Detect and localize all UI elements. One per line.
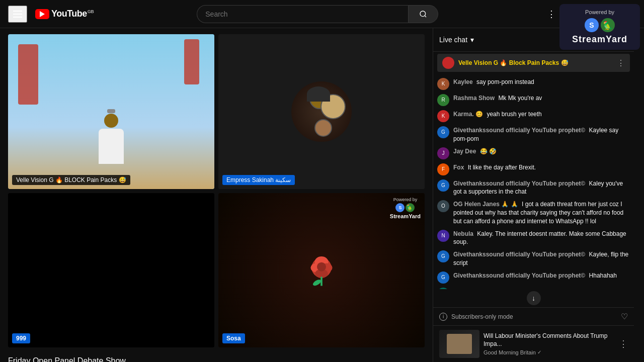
chat-text: Mk Mk you're av [498,95,542,102]
streamyard-icons: S 🦜 [568,18,632,32]
empress-label: Empress Sakinah سكينة [222,175,295,185]
chat-avatar: J [437,147,449,159]
chat-text: 😂 🤣 [480,148,497,155]
chat-text: Kaley. The internet doesnt matter. Make … [453,230,626,246]
search-button[interactable] [408,5,438,23]
chat-messages[interactable]: K Kaylee say pom-pom instead R Rashma Sh… [433,74,634,289]
streamyard-s-icon: S [585,18,599,32]
chat-username: Karma. 😊 [453,111,483,118]
chat-message: K Kaylee say pom-pom instead [437,76,630,92]
video-grid: Velle Vision G 🔥 BLOCK Pain Packs 😅 [8,34,425,347]
search-input[interactable] [197,5,408,23]
chat-message: K Karma. 😊 yeah brush yer teeth [437,108,630,124]
chat-username: Givethankssound officially YouTube proph… [453,272,585,279]
chat-avatar: K [437,110,449,122]
chat-footer: i Subscribers-only mode ♡ [433,307,634,325]
streamyard-cell-overlay: Powered by S 🦜 StreamYard [390,197,421,219]
melanin-cell[interactable]: melanin 999 [8,193,214,348]
youtube-text: YouTubeGB [51,9,94,19]
chat-message: N Nebula Kaley. The internet doesnt matt… [437,228,630,249]
info-icon: i [439,313,447,321]
chat-message: J Jay Dee 😂 🤣 [437,145,630,161]
pinned-avatar [442,57,454,69]
chat-avatar: K [437,78,449,90]
ride-pole [18,44,38,105]
chat-username: Jay Dee [453,148,476,155]
chat-message: O OG Helen Janes 🙏 🙏 I got a death threa… [437,198,630,227]
search-bar [114,5,521,23]
chat-message: M Mk Mk Rashma where is your girlfriend … [437,286,630,289]
subscribers-mode-text: Subscribers-only mode [451,313,513,320]
hamburger-menu[interactable] [8,6,27,23]
chat-text: Hhahahah [589,272,617,279]
sy-cell-s: S [395,203,405,212]
chat-content: Rashma Show Mk Mk you're av [453,94,630,103]
youtube-logo[interactable]: YouTubeGB [35,9,94,19]
chat-avatar: F [437,163,449,175]
video-cell-main[interactable]: Velle Vision G 🔥 BLOCK Pain Packs 😅 [8,34,214,189]
rec-title: Will Labour Minister's Comments About Tr… [484,332,615,348]
main-container: Velle Vision G 🔥 BLOCK Pain Packs 😅 [0,28,644,362]
svg-point-11 [317,262,326,272]
chat-username: Givethankssound officially YouTube proph… [453,180,585,187]
chat-message: R Rashma Show Mk Mk you're av [437,92,630,108]
chat-avatar: G [437,179,449,192]
streamyard-bird-icon: 🦜 [601,18,615,32]
chat-title-text: Live chat [439,36,467,44]
scroll-down-button[interactable]: ↓ [527,291,541,305]
header-left: YouTubeGB [8,6,94,23]
scroll-down-container: ↓ [433,289,634,307]
chat-avatar: R [437,94,449,106]
empress-cell[interactable]: Empress Sakinah سكينة [218,34,425,189]
sy-cell-bird: 🦜 [406,203,415,212]
streamyard-logo-text: StreamYard [568,34,632,45]
person-body [99,129,124,164]
youtube-icon [35,9,49,19]
chat-username: Nebula [453,230,473,237]
person-head [104,114,118,128]
chat-avatar: G [437,126,449,138]
heart-icon[interactable]: ♡ [621,312,628,321]
person [99,109,124,164]
chat-title-button[interactable]: Live chat ▾ [439,36,474,44]
chat-content: Givethankssound officially YouTube proph… [453,250,630,267]
dots-menu-button[interactable]: ⋮ [541,4,561,24]
chat-message: G Givethankssound officially YouTube pro… [437,269,630,286]
sy-cell-powered: Powered by [390,197,421,202]
svg-line-1 [425,16,426,17]
chat-username: Givethankssound officially YouTube proph… [453,127,585,134]
chat-message: G Givethankssound officially YouTube pro… [437,248,630,269]
chat-content: Givethankssound officially YouTube proph… [453,272,630,280]
hijab [307,86,330,102]
video-info: Friday Open Panel Debate Show 🔥 Velle Vi… [8,353,425,362]
video-title: Friday Open Panel Debate Show [8,355,425,362]
chat-message: F Fox It like the day after Brexit. [437,161,630,177]
sosa-badge: Sosa [222,333,245,343]
sosa-cell[interactable]: Powered by S 🦜 StreamYard Sosa [218,193,425,348]
search-container [197,5,438,23]
sy-cell-name: StreamYard [390,213,421,219]
chat-username: Kaylee [453,78,473,85]
rec-more-button[interactable]: ⋮ [619,338,628,349]
subscribers-mode-row: i Subscribers-only mode ♡ [439,312,628,321]
chat-avatar: N [437,230,449,242]
chat-avatar: G [437,250,449,262]
svg-point-0 [420,11,426,17]
chat-content: Givethankssound officially YouTube proph… [453,126,630,143]
pinned-more-button[interactable]: ⋮ [617,58,625,68]
chat-panel: Live chat ▾ ⋮ ✕ Velle Vision G 🔥 Block P… [433,28,634,362]
chat-avatar: O [437,200,449,212]
ride-pole-2 [184,39,199,84]
header: YouTubeGB ⋮ Sign in [0,0,644,28]
rec-channel: Good Morning Britain ✓ [484,349,615,355]
chat-content: Fox It like the day after Brexit. [453,163,630,172]
rec-info: Will Labour Minister's Comments About Tr… [484,332,615,355]
rose-svg [299,247,344,293]
recommendation-item[interactable]: Will Labour Minister's Comments About Tr… [433,325,634,362]
rose-container [299,247,344,293]
melanin-badge: 999 [12,333,30,343]
svg-point-13 [312,279,322,287]
chat-content: Nebula Kaley. The internet doesnt matter… [453,230,630,247]
rec-thumb-face [447,334,472,354]
main-video-label: Velle Vision G 🔥 BLOCK Pain Packs 😅 [12,175,130,185]
